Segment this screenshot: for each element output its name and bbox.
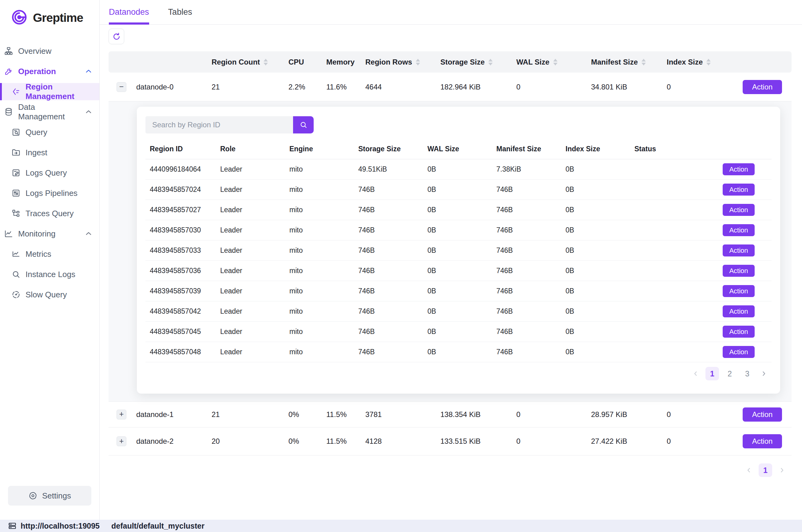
sort-icon[interactable] [264, 59, 268, 65]
column-header-wal-size: WAL Size [423, 145, 492, 153]
role-cell: Leader [216, 267, 285, 275]
cpu-cell: 2.2% [288, 83, 326, 91]
endpoint-text[interactable]: http://localhost:19095 [21, 521, 100, 530]
column-header-region-count[interactable]: Region Count [212, 58, 288, 66]
column-header-storage-size[interactable]: Storage Size [440, 58, 516, 66]
region-id-cell: 4483945857045 [146, 327, 216, 336]
sidebar-item-instance-logs[interactable]: Instance Logs [0, 266, 99, 283]
index-size-cell: 0B [561, 206, 630, 214]
sidebar-item-traces-query[interactable]: Traces Query [0, 205, 99, 222]
index-size-cell: 0B [561, 327, 630, 336]
sidebar-menu: Overview Operation [0, 42, 99, 486]
sidebar-item-operation[interactable]: Operation [0, 63, 99, 80]
role-cell: Leader [216, 165, 285, 173]
sidebar-item-label: Ingest [25, 148, 47, 157]
region-action-button[interactable]: Action [723, 163, 755, 175]
storage-size-cell: 746B [354, 307, 423, 316]
pagination-page-3[interactable]: 3 [741, 367, 754, 380]
region-action-button[interactable]: Action [723, 285, 755, 297]
search-icon [299, 120, 308, 129]
region-action-button[interactable]: Action [723, 204, 755, 216]
column-header-index-size[interactable]: Index Size [667, 58, 743, 66]
pagination-page-2[interactable]: 2 [723, 367, 737, 380]
index-size-cell: 0B [561, 186, 630, 194]
tab-datanodes[interactable]: Datanodes [109, 0, 149, 24]
region-action-button[interactable]: Action [723, 224, 755, 236]
region-search-input[interactable] [146, 116, 293, 133]
sidebar-item-ingest[interactable]: Ingest [0, 144, 99, 161]
main-content: Datanodes Tables Region Count CPU Memo [100, 0, 802, 520]
sidebar-item-logs-query[interactable]: Logs Query [0, 164, 99, 182]
memory-cell: 11.5% [326, 437, 365, 445]
region-action-button[interactable]: Action [723, 326, 755, 338]
sort-icon[interactable] [642, 59, 646, 65]
manifest-size-cell: 746B [492, 186, 561, 194]
index-size-cell: 0B [561, 246, 630, 254]
region-action-button[interactable]: Action [723, 245, 755, 256]
region-id-cell: 4440996184064 [146, 165, 216, 173]
gear-icon [28, 491, 38, 500]
sort-icon[interactable] [416, 59, 420, 65]
cpu-cell: 0% [288, 410, 326, 419]
sidebar-item-label: Traces Query [25, 209, 74, 218]
sort-icon[interactable] [706, 59, 711, 65]
sidebar-item-slow-query[interactable]: Slow Query [0, 286, 99, 303]
gauge-icon [11, 290, 21, 300]
pagination-next-button[interactable] [758, 367, 770, 380]
region-action-button[interactable]: Action [723, 346, 755, 358]
sidebar-item-region-management[interactable]: Region Management [0, 83, 99, 100]
sidebar-item-metrics[interactable]: Metrics [0, 245, 99, 263]
engine-cell: mito [285, 348, 354, 356]
database-icon [4, 107, 14, 117]
column-header-status: Status [630, 145, 699, 153]
sidebar: Greptime Overview Operation [0, 0, 100, 520]
pagination-prev-button[interactable] [743, 463, 755, 477]
collapse-row-button[interactable] [117, 82, 127, 92]
sidebar-item-label: Slow Query [25, 290, 67, 300]
chevron-up-icon [84, 230, 93, 238]
column-header-region-rows[interactable]: Region Rows [365, 58, 440, 66]
region-action-button[interactable]: Action [723, 305, 755, 317]
datanode-action-button[interactable]: Action [743, 407, 782, 422]
database-text[interactable]: default/default_mycluster [111, 521, 205, 530]
sort-icon[interactable] [488, 59, 493, 65]
sidebar-item-label: Instance Logs [25, 270, 75, 279]
sidebar-item-overview[interactable]: Overview [0, 42, 99, 60]
sidebar-item-data-management[interactable]: Data Management [0, 103, 99, 120]
pagination-prev-button[interactable] [690, 367, 702, 380]
engine-cell: mito [285, 226, 354, 234]
sidebar-item-label: Operation [18, 67, 56, 76]
pagination-page-1[interactable]: 1 [759, 463, 772, 477]
storage-size-cell: 746B [354, 348, 423, 356]
manifest-size-cell: 27.422 KiB [591, 437, 667, 445]
role-cell: Leader [216, 348, 285, 356]
sidebar-item-query[interactable]: Query [0, 124, 99, 141]
brand-logo[interactable]: Greptime [0, 6, 99, 30]
region-id-cell: 4483945857036 [146, 267, 216, 275]
refresh-button[interactable] [109, 28, 124, 44]
column-header-wal-size[interactable]: WAL Size [516, 58, 591, 66]
wal-size-cell: 0B [423, 348, 492, 356]
expand-row-button[interactable] [117, 436, 127, 446]
expand-row-button[interactable] [117, 410, 127, 419]
column-header-manifest-size[interactable]: Manifest Size [591, 58, 667, 66]
doc-edit-icon [11, 168, 21, 178]
wrench-icon [4, 66, 14, 76]
wal-size-cell: 0B [423, 307, 492, 316]
region-action-button[interactable]: Action [723, 184, 755, 195]
memory-cell: 11.6% [326, 83, 365, 91]
tab-tables[interactable]: Tables [168, 0, 192, 24]
sidebar-item-monitoring[interactable]: Monitoring [0, 225, 99, 242]
datanode-action-button[interactable]: Action [743, 80, 782, 94]
pagination-next-button[interactable] [776, 463, 788, 477]
wal-size-cell: 0 [516, 83, 591, 91]
datanode-action-button[interactable]: Action [743, 434, 782, 448]
manifest-size-cell: 28.957 KiB [591, 410, 667, 419]
region-action-button[interactable]: Action [723, 265, 755, 277]
region-search-button[interactable] [293, 116, 314, 133]
regions-table-header: Region ID Role Engine Storage Size WAL S… [146, 139, 771, 159]
sidebar-item-logs-pipelines[interactable]: Logs Pipelines [0, 185, 99, 202]
sort-icon[interactable] [553, 59, 557, 65]
pagination-page-1[interactable]: 1 [705, 367, 719, 380]
settings-button[interactable]: Settings [8, 486, 91, 506]
